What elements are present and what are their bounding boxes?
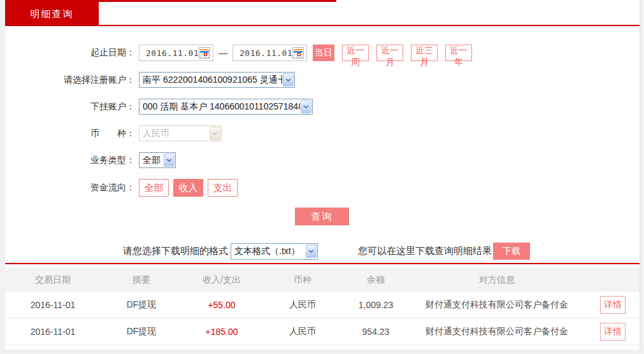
download-format-value: 文本格式（.txt） bbox=[231, 246, 305, 257]
tab-detail-query[interactable]: 明细查询 bbox=[5, 0, 99, 26]
business-type-row: 业务类型： 全部 bbox=[5, 152, 640, 168]
header-counterparty: 对方信息 bbox=[408, 274, 586, 286]
sub-account-label: 下挂账户： bbox=[5, 101, 135, 113]
sub-account-value: 000 活期 基本户 1406600101102571848 bbox=[140, 101, 300, 113]
register-account-select[interactable]: 南平 6222001406100921065 灵通卡 bbox=[139, 72, 295, 88]
start-date-input[interactable]: 2016.11.01 bbox=[139, 45, 213, 61]
cell-balance: 1,009.23 bbox=[344, 300, 408, 310]
quick-today-button[interactable]: 当日 bbox=[313, 45, 334, 61]
fund-flow-label: 资金流向： bbox=[5, 182, 135, 194]
end-date-input[interactable]: 2016.11.01 bbox=[233, 45, 307, 61]
sub-account-select[interactable]: 000 活期 基本户 1406600101102571848 bbox=[139, 99, 313, 115]
page: 明细查询 起止日期： 2016.11.01 — 2016.11.01 当日 近一… bbox=[0, 0, 644, 354]
detail-button[interactable]: 详情 bbox=[600, 296, 626, 314]
chevron-down-icon bbox=[283, 73, 294, 87]
table-row: 2016-11-01 DF提现 +185.00 人民币 954.23 财付通支付… bbox=[5, 318, 640, 345]
flow-all-button[interactable]: 全部 bbox=[139, 179, 169, 197]
cell-amount: +55.00 bbox=[182, 300, 261, 310]
query-button[interactable]: 查询 bbox=[295, 208, 349, 225]
quick-week-button[interactable]: 近一周 bbox=[342, 45, 369, 61]
chevron-down-icon bbox=[210, 127, 220, 140]
red-divider bbox=[5, 263, 640, 264]
cell-counterparty: 财付通支付科技有限公司客户备付金 bbox=[408, 299, 586, 311]
table-header: 交易日期 摘要 收入/支出 币种 余额 对方信息 bbox=[5, 268, 640, 292]
header-summary: 摘要 bbox=[101, 274, 182, 286]
business-type-select[interactable]: 全部 bbox=[139, 152, 176, 168]
download-format-select[interactable]: 文本格式（.txt） bbox=[231, 243, 318, 260]
business-type-value: 全部 bbox=[140, 155, 163, 166]
business-type-label: 业务类型： bbox=[5, 155, 135, 166]
top-red-line bbox=[5, 0, 336, 2]
calendar-icon[interactable] bbox=[199, 47, 210, 59]
currency-row: 币 种： 人民币 bbox=[5, 125, 640, 141]
query-row: 查询 bbox=[5, 208, 640, 225]
header-balance: 余额 bbox=[344, 274, 408, 286]
download-hint: 您可以在这里下载查询明细结果 bbox=[358, 245, 492, 257]
detail-button[interactable]: 详情 bbox=[600, 323, 626, 341]
cell-date: 2016-11-01 bbox=[5, 300, 101, 310]
content-panel: 明细查询 起止日期： 2016.11.01 — 2016.11.01 当日 近一… bbox=[5, 0, 640, 350]
header-currency: 币种 bbox=[261, 274, 344, 286]
query-form: 起止日期： 2016.11.01 — 2016.11.01 当日 近一周 近一月… bbox=[5, 26, 640, 225]
register-account-label: 请选择注册账户： bbox=[5, 74, 135, 86]
fund-flow-row: 资金流向： 全部 收入 支出 bbox=[5, 179, 640, 197]
quick-quarter-button[interactable]: 近三月 bbox=[411, 45, 438, 61]
register-account-row: 请选择注册账户： 南平 6222001406100921065 灵通卡 bbox=[5, 72, 640, 88]
currency-label: 币 种： bbox=[5, 128, 135, 139]
currency-select: 人民币 bbox=[139, 125, 222, 141]
header-date: 交易日期 bbox=[5, 274, 101, 286]
header-amount: 收入/支出 bbox=[182, 274, 261, 286]
download-format-label: 请您选择下载明细的格式 bbox=[123, 245, 228, 257]
register-account-value: 南平 6222001406100921065 灵通卡 bbox=[140, 74, 282, 86]
start-date-value: 2016.11.01 bbox=[146, 48, 199, 58]
quick-year-button[interactable]: 近一年 bbox=[445, 45, 472, 61]
cell-summary: DF提现 bbox=[101, 326, 182, 337]
quick-month-button[interactable]: 近一月 bbox=[376, 45, 403, 61]
flow-income-button[interactable]: 收入 bbox=[173, 179, 203, 197]
download-button[interactable]: 下载 bbox=[493, 243, 530, 260]
currency-value: 人民币 bbox=[140, 128, 209, 139]
end-date-value: 2016.11.01 bbox=[240, 48, 292, 58]
tab-bar: 明细查询 bbox=[5, 0, 640, 26]
chevron-down-icon bbox=[301, 100, 311, 113]
cell-balance: 954.23 bbox=[344, 327, 408, 337]
cell-amount: +185.00 bbox=[182, 327, 261, 337]
calendar-icon[interactable] bbox=[292, 47, 304, 59]
chevron-down-icon bbox=[306, 244, 317, 258]
cell-currency: 人民币 bbox=[261, 326, 344, 337]
cell-summary: DF提现 bbox=[101, 299, 182, 311]
cell-date: 2016-11-01 bbox=[5, 327, 101, 337]
date-range-row: 起止日期： 2016.11.01 — 2016.11.01 当日 近一周 近一月… bbox=[5, 45, 640, 61]
download-row: 请您选择下载明细的格式 文本格式（.txt） 您可以在这里下载查询明细结果 下载 bbox=[123, 243, 640, 260]
sub-account-row: 下挂账户： 000 活期 基本户 1406600101102571848 bbox=[5, 99, 640, 115]
date-separator: — bbox=[218, 48, 227, 58]
cell-currency: 人民币 bbox=[261, 299, 344, 311]
flow-expense-button[interactable]: 支出 bbox=[208, 179, 238, 197]
cell-counterparty: 财付通支付科技有限公司客户备付金 bbox=[408, 326, 586, 337]
table-row: 2016-11-01 DF提现 +55.00 人民币 1,009.23 财付通支… bbox=[5, 292, 640, 318]
chevron-down-icon bbox=[164, 153, 175, 167]
date-range-label: 起止日期： bbox=[5, 47, 135, 59]
